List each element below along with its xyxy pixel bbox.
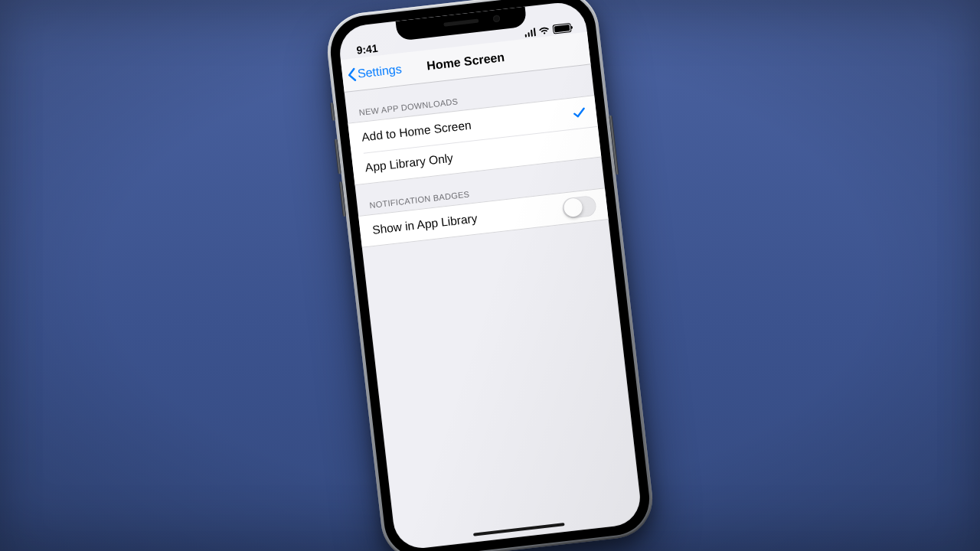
phone-bezel: 9:41 — [327, 0, 653, 551]
wifi-icon — [538, 26, 550, 36]
toggle-switch[interactable] — [561, 194, 597, 219]
toggle-knob — [563, 197, 583, 218]
back-button[interactable]: Settings — [345, 53, 403, 91]
silence-switch — [330, 103, 335, 121]
option-label: Show in App Library — [371, 211, 478, 236]
back-label: Settings — [357, 62, 402, 80]
checkmark-icon — [573, 107, 586, 119]
option-label: App Library Only — [364, 152, 454, 175]
home-indicator[interactable] — [473, 523, 565, 536]
phone-frame: 9:41 — [323, 0, 656, 551]
screen: 9:41 — [337, 0, 643, 551]
page-title: Home Screen — [426, 51, 505, 73]
background: 9:41 — [0, 0, 980, 551]
phone-mockup: 9:41 — [323, 0, 656, 551]
battery-icon — [552, 23, 571, 34]
chevron-left-icon — [346, 67, 357, 83]
option-label: Add to Home Screen — [361, 119, 472, 145]
cellular-icon — [524, 28, 536, 37]
status-time: 9:41 — [356, 42, 379, 57]
